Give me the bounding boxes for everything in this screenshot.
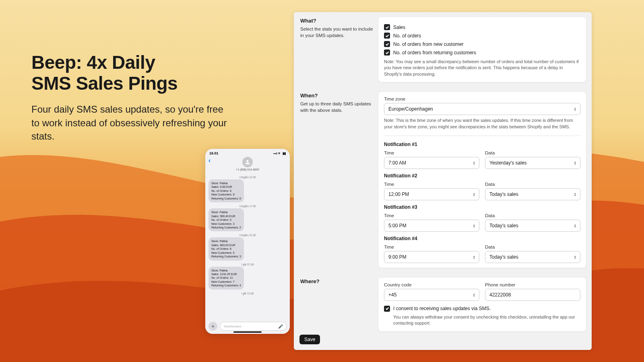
data-select-2[interactable]: Today's sales▴▾ [485,188,580,200]
checkbox-icon[interactable] [384,41,390,47]
stat-option-0[interactable]: Sales [384,24,580,30]
when-desc: Get up to three daily SMS updates with t… [300,101,374,113]
stat-option-3[interactable]: No. of orders from returning customers [384,49,580,56]
hero-title: Beep: 4x Daily SMS Sales Pings [31,52,233,94]
stat-label: No. of orders from returning customers [393,50,476,56]
checkbox-icon[interactable] [384,33,390,39]
cc-label: Country code [384,282,479,287]
hero-subtitle: Four daily SMS sales updates, so you're … [31,103,233,143]
time-select-3[interactable]: 5:00 PM▴▾ [384,220,479,232]
stat-label: No. of orders [393,33,421,39]
phone-status-bar: 16.01 ••ıl ᯤ ▮▮ [205,149,290,156]
country-code-select[interactable]: +45▴▾ [384,289,479,301]
home-indicator [233,331,262,333]
time-label: Time [384,213,479,218]
save-button[interactable]: Save [299,335,320,344]
notification-heading: Notification #1 [384,142,580,147]
time-label: Time [384,245,479,249]
message-thread: i forgårs 12.00Store: PatinaSales: 0.00 … [205,173,290,317]
consent-row[interactable]: I consent to receiving sales updates via… [384,306,580,312]
mic-icon[interactable]: 🎤 [278,324,283,329]
tz-select[interactable]: Europe/Copenhagen▴▾ [384,103,580,115]
stat-label: No. of orders from new customer [393,41,464,47]
back-icon[interactable]: ‹ [208,157,211,164]
stat-option-2[interactable]: No. of orders from new customer [384,41,580,47]
notification-block-4: Notification #4Time9:00 PM▴▾DataToday's … [384,236,580,263]
message-timestamp: i forgårs 21.00 [208,234,287,237]
message-timestamp: i forgårs 12.00 [208,176,287,179]
phone-clock: 16.01 [209,151,219,155]
message-timestamp: i går 12.00 [208,292,287,295]
phone-input[interactable]: 42222008 [485,289,580,301]
time-select-1[interactable]: 7:00 AM▴▾ [384,157,479,169]
message-bubble: Store: PatinaSales: 500.49 EURNo. of Ord… [208,208,244,231]
message-bubble: Store: PatinaSales: 1216.25 EURNo. of Or… [208,267,244,290]
time-select-4[interactable]: 9:00 PM▴▾ [384,251,479,263]
where-title: Where? [300,278,374,284]
page-background: Beep: 4x Daily SMS Sales Pings Four dail… [0,0,644,362]
data-label: Data [485,182,580,187]
message-bubble: Store: PatinaSales: 883.03 EURNo. of Ord… [208,237,244,260]
time-label: Time [384,150,479,155]
when-title: When? [300,93,374,99]
message-timestamp: i forgårs 17.00 [208,205,287,208]
data-label: Data [485,245,580,249]
contact-number: +1 (888) 614-8845 [205,168,290,171]
what-desc: Select the stats you want to include in … [300,26,374,39]
message-timestamp: i går 07.00 [208,263,287,266]
time-select-2[interactable]: 12:00 PM▴▾ [384,188,479,200]
data-label: Data [485,213,580,218]
notification-heading: Notification #4 [384,236,580,241]
notification-block-1: Notification #1Time7:00 AM▴▾DataYesterda… [384,142,580,169]
section-when: When? Get up to three daily SMS updates … [294,87,592,273]
plus-icon[interactable]: + [208,322,217,331]
message-bubble: Store: PatinaSales: 0.00 EURNo. of Order… [208,179,244,202]
consent-sub: You can always withdraw your consent by … [393,314,580,327]
notification-heading: Notification #3 [384,204,580,210]
tz-label: Time zone [384,97,580,101]
phone-mockup: 16.01 ••ıl ᯤ ▮▮ ‹ +1 (888) 614-8845 i fo… [205,149,290,334]
phone-chat-header: ‹ +1 (888) 614-8845 [205,156,290,173]
what-title: What? [300,18,374,24]
phone-label: Phone number [485,282,580,287]
data-select-1[interactable]: Yesterday's sales▴▾ [485,157,580,169]
data-select-4[interactable]: Today's sales▴▾ [485,251,580,263]
time-label: Time [384,182,479,187]
checkbox-icon[interactable] [384,24,390,30]
contact-avatar[interactable] [242,157,253,167]
section-where: Where? Country code+45▴▾Phone number4222… [294,273,592,336]
settings-panel: What? Select the stats you want to inclu… [294,12,592,350]
stat-option-1[interactable]: No. of orders [384,33,580,39]
section-what: What? Select the stats you want to inclu… [294,12,592,87]
what-note: Note: You may see a small discrepancy be… [384,59,580,77]
hero: Beep: 4x Daily SMS Sales Pings Four dail… [31,52,233,143]
notification-block-2: Notification #2Time12:00 PM▴▾DataToday's… [384,173,580,200]
notification-block-3: Notification #3Time5:00 PM▴▾DataToday's … [384,204,580,232]
message-input[interactable]: Tekstbesked 🎤 [220,322,287,331]
stat-label: Sales [393,25,405,30]
checkbox-icon[interactable] [384,49,390,56]
data-select-3[interactable]: Today's sales▴▾ [485,220,580,232]
tz-note: Note: This is the time zone of when you … [384,117,580,130]
checkbox-icon[interactable] [384,306,390,312]
data-label: Data [485,150,580,155]
message-placeholder: Tekstbesked [223,325,241,328]
phone-status-icons: ••ıl ᯤ ▮▮ [273,151,286,155]
phone-input-bar: + Tekstbesked 🎤 [208,322,287,331]
consent-label: I consent to receiving sales updates via… [393,306,491,311]
notification-heading: Notification #2 [384,173,580,179]
